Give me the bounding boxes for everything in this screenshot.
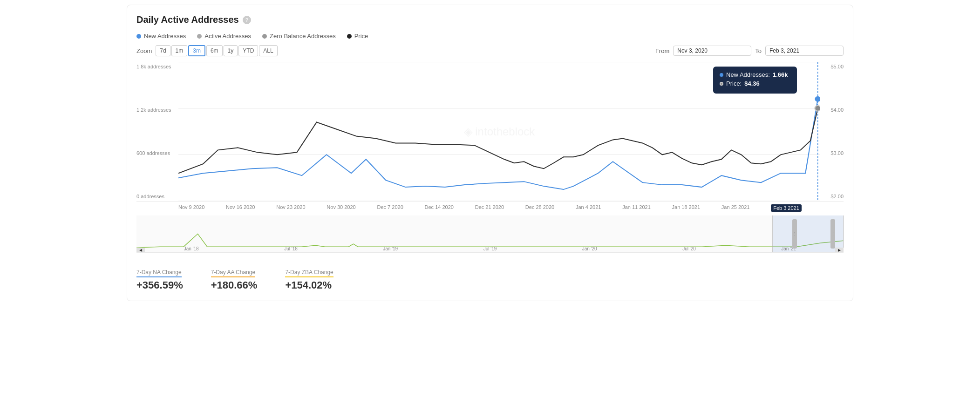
x-label-nov23: Nov 23 2020 bbox=[276, 204, 305, 212]
legend-item-active-addresses: Active Addresses bbox=[197, 33, 251, 40]
controls-bar: Zoom 7d 1m 3m 6m 1y YTD ALL From To bbox=[136, 45, 844, 56]
svg-point-6 bbox=[815, 106, 820, 111]
daily-active-addresses-card: Daily Active Addresses ? New Addresses A… bbox=[127, 5, 853, 301]
mini-x-jul18: Jul '18 bbox=[284, 246, 298, 251]
chart-svg: ◈ intotheblock New Addresses: 1.66k Pric… bbox=[178, 62, 820, 201]
x-label-jan11: Jan 11 2021 bbox=[622, 204, 651, 212]
zoom-6m[interactable]: 6m bbox=[206, 45, 223, 56]
chart-main: 1.8k addresses 1.2k addresses 600 addres… bbox=[136, 62, 844, 202]
zoom-3m[interactable]: 3m bbox=[188, 45, 205, 56]
stat-aa-label: 7-Day AA Change bbox=[211, 269, 255, 277]
tooltip-dot-dark bbox=[720, 82, 723, 86]
mini-x-jan20: Jan '20 bbox=[582, 246, 597, 251]
tooltip-price-value: $4.36 bbox=[744, 80, 760, 87]
card-title: Daily Active Addresses bbox=[136, 14, 239, 25]
x-label-feb3: Feb 3 2021 bbox=[771, 204, 802, 212]
from-label: From bbox=[655, 47, 669, 54]
y-label-1800: 1.8k addresses bbox=[136, 64, 178, 69]
x-label-jan4: Jan 4 2021 bbox=[576, 204, 601, 212]
mini-x-jul19: Jul '19 bbox=[483, 246, 497, 251]
stats-row: 7-Day NA Change +356.59% 7-Day AA Change… bbox=[136, 264, 844, 291]
scroll-handle-right[interactable]: ⋮ bbox=[830, 219, 835, 249]
stat-na-value: +356.59% bbox=[136, 279, 183, 291]
legend-dot-active-addresses bbox=[197, 34, 202, 39]
tooltip-new-addresses-row: New Addresses: 1.66k bbox=[720, 71, 790, 78]
y-label-0: 0 addresses bbox=[136, 194, 178, 199]
legend-dot-new-addresses bbox=[136, 34, 141, 39]
stat-zba-value: +154.02% bbox=[285, 279, 333, 291]
legend-dot-price bbox=[347, 34, 352, 39]
legend-label-active-addresses: Active Addresses bbox=[204, 33, 251, 40]
svg-point-5 bbox=[815, 96, 820, 102]
zoom-all[interactable]: ALL bbox=[259, 45, 277, 56]
card-header: Daily Active Addresses ? bbox=[136, 14, 844, 25]
tooltip-na-label: New Addresses: bbox=[726, 71, 770, 78]
x-label-nov30: Nov 30 2020 bbox=[327, 204, 355, 212]
stat-aa-value: +180.66% bbox=[211, 279, 258, 291]
x-label-dec14: Dec 14 2020 bbox=[425, 204, 454, 212]
x-label-dec28: Dec 28 2020 bbox=[525, 204, 554, 212]
y-right-3: $3.00 bbox=[820, 150, 844, 156]
tooltip-price-row: Price: $4.36 bbox=[720, 80, 790, 87]
mini-chart-inner: Jan '18 Jul '18 Jan '19 Jul '19 Jan '20 … bbox=[136, 215, 844, 252]
y-right-4: $4.00 bbox=[820, 107, 844, 113]
x-label-jan18: Jan 18 2021 bbox=[672, 204, 701, 212]
tooltip: New Addresses: 1.66k Price: $4.36 bbox=[713, 67, 797, 94]
legend-dot-zero-balance bbox=[262, 34, 267, 39]
zoom-label: Zoom bbox=[136, 47, 152, 54]
stat-na-label: 7-Day NA Change bbox=[136, 269, 182, 277]
x-label-jan25: Jan 25 2021 bbox=[721, 204, 750, 212]
x-label-dec21: Dec 21 2020 bbox=[475, 204, 504, 212]
legend-item-price: Price bbox=[347, 33, 368, 40]
tooltip-na-value: 1.66k bbox=[773, 71, 788, 78]
to-label: To bbox=[755, 47, 762, 54]
tooltip-price-label: Price: bbox=[726, 80, 742, 87]
legend-item-zero-balance: Zero Balance Addresses bbox=[262, 33, 336, 40]
legend-item-new-addresses: New Addresses bbox=[136, 33, 186, 40]
y-label-1200: 1.2k addresses bbox=[136, 107, 178, 113]
zoom-7d[interactable]: 7d bbox=[156, 45, 170, 56]
mini-x-jan18: Jan '18 bbox=[184, 246, 199, 251]
help-icon[interactable]: ? bbox=[243, 16, 251, 24]
legend-label-new-addresses: New Addresses bbox=[144, 33, 186, 40]
legend-label-price: Price bbox=[354, 33, 368, 40]
y-axis-right: $5.00 $4.00 $3.00 $2.00 bbox=[820, 62, 844, 201]
x-axis: Nov 9 2020 Nov 16 2020 Nov 23 2020 Nov 3… bbox=[136, 202, 844, 212]
mini-chart[interactable]: Jan '18 Jul '18 Jan '19 Jul '19 Jan '20 … bbox=[136, 215, 844, 253]
x-label-dec7: Dec 7 2020 bbox=[377, 204, 403, 212]
stat-zba-change: 7-Day ZBA Change +154.02% bbox=[285, 268, 333, 291]
legend: New Addresses Active Addresses Zero Bala… bbox=[136, 33, 844, 40]
y-right-2: $2.00 bbox=[820, 194, 844, 199]
tooltip-dot-blue bbox=[720, 73, 723, 77]
mini-x-jul20: Jul '20 bbox=[682, 246, 696, 251]
mini-x-jan19: Jan '19 bbox=[383, 246, 398, 251]
y-label-600: 600 addresses bbox=[136, 150, 178, 156]
scroll-handle-left[interactable]: ⋮ bbox=[792, 219, 797, 249]
from-date-input[interactable] bbox=[673, 46, 751, 56]
to-date-input[interactable] bbox=[765, 46, 844, 56]
zoom-1y[interactable]: 1y bbox=[224, 45, 238, 56]
stat-zba-label: 7-Day ZBA Change bbox=[285, 269, 333, 277]
zoom-ytd[interactable]: YTD bbox=[238, 45, 258, 56]
y-axis-left: 1.8k addresses 1.2k addresses 600 addres… bbox=[136, 62, 178, 201]
y-right-5: $5.00 bbox=[820, 64, 844, 69]
chart-area: 1.8k addresses 1.2k addresses 600 addres… bbox=[136, 62, 844, 291]
stat-aa-change: 7-Day AA Change +180.66% bbox=[211, 268, 258, 291]
zoom-1m[interactable]: 1m bbox=[171, 45, 188, 56]
scroll-right-arrow[interactable]: ▶ bbox=[835, 248, 844, 252]
x-label-nov16: Nov 16 2020 bbox=[226, 204, 255, 212]
x-label-nov9: Nov 9 2020 bbox=[178, 204, 204, 212]
zoom-buttons: 7d 1m 3m 6m 1y YTD ALL bbox=[156, 45, 277, 56]
legend-label-zero-balance: Zero Balance Addresses bbox=[270, 33, 336, 40]
date-range: From To bbox=[655, 46, 844, 56]
scroll-left-arrow[interactable]: ◀ bbox=[136, 248, 145, 252]
stat-na-change: 7-Day NA Change +356.59% bbox=[136, 268, 183, 291]
